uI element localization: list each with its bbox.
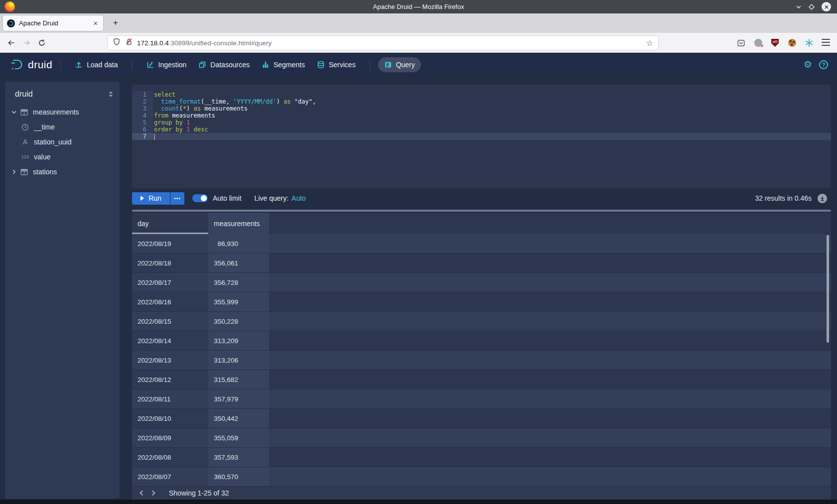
header-filler: [269, 213, 831, 234]
druid-header: druid Load data Ingestion Datasources Se…: [0, 53, 837, 76]
cell-day: 2022/08/10: [132, 409, 208, 428]
tree-item-label: __time: [34, 123, 55, 131]
table-row[interactable]: 2022/08/11357,979: [132, 389, 831, 409]
minimize-icon[interactable]: [796, 4, 802, 10]
line-number: 7: [132, 133, 153, 140]
ublock-origin-icon[interactable]: uO: [771, 39, 779, 47]
ingestion-icon: [146, 61, 154, 69]
next-page-icon[interactable]: [151, 490, 156, 496]
table-item-measurements[interactable]: measurements: [5, 105, 120, 120]
bookmark-star-icon[interactable]: ☆: [646, 38, 653, 48]
nav-segments[interactable]: Segments: [256, 57, 311, 72]
table-row[interactable]: 2022/08/15350,228: [132, 312, 831, 331]
results-footer: Showing 1-25 of 32: [132, 487, 831, 500]
back-icon[interactable]: [7, 39, 15, 47]
nav-services[interactable]: Services: [311, 57, 362, 72]
table-row[interactable]: 2022/08/12315,682: [132, 370, 831, 389]
sql-editor[interactable]: 1select2 time_format(__time, 'YYYY/MM/dd…: [132, 85, 831, 188]
results-scrollbar[interactable]: [827, 235, 829, 343]
table-row[interactable]: 2022/08/09355,059: [132, 428, 831, 448]
code-line-4: 4from measurements: [132, 112, 831, 119]
settings-gear-icon[interactable]: ⚙: [804, 60, 812, 69]
forward-icon[interactable]: [22, 39, 31, 47]
privacy-extension-icon[interactable]: ✕: [754, 39, 762, 47]
tracking-protection-shield-icon[interactable]: [113, 38, 121, 48]
editor-results-splitter[interactable]: [132, 210, 831, 212]
druid-logo[interactable]: druid: [10, 58, 52, 71]
cell-day: 2022/08/17: [132, 273, 208, 292]
cell-day: 2022/08/19: [132, 234, 208, 253]
row-filler: [269, 351, 831, 370]
live-query-value[interactable]: Auto: [291, 194, 306, 202]
cell-day: 2022/08/15: [132, 312, 208, 331]
nav-query[interactable]: Query: [378, 57, 421, 72]
new-tab-button[interactable]: +: [109, 16, 122, 29]
row-filler: [269, 448, 831, 467]
line-number: 1: [132, 91, 153, 98]
cell-measurements: 350,442: [208, 409, 269, 428]
table-row[interactable]: 2022/08/16355,999: [132, 292, 831, 312]
reload-icon[interactable]: [38, 39, 46, 47]
run-button[interactable]: Run: [132, 192, 170, 205]
cell-measurements: 356,061: [208, 253, 269, 273]
table-row[interactable]: 2022/08/14313,209: [132, 331, 831, 351]
pocket-icon[interactable]: [737, 39, 745, 47]
table-row[interactable]: 2022/08/10350,442: [132, 409, 831, 428]
column-header-day[interactable]: day: [132, 213, 208, 234]
column-item-station_uuid[interactable]: Astation_uuid: [5, 134, 120, 149]
chevron-right-icon: [12, 169, 16, 174]
code-line-6: 6order by 1 desc: [132, 126, 831, 133]
cell-measurements: 360,570: [208, 467, 269, 487]
nav-datasources[interactable]: Datasources: [192, 57, 256, 72]
table-row[interactable]: 2022/08/18356,061: [132, 253, 831, 273]
result-summary: 32 results in 0.46s: [755, 194, 812, 202]
cell-measurements: 315,682: [208, 370, 269, 389]
maximize-icon[interactable]: [809, 4, 815, 10]
table-row[interactable]: 2022/08/17356,728: [132, 273, 831, 292]
brand-wordmark: druid: [28, 59, 52, 71]
table-row[interactable]: 2022/08/08357,593: [132, 448, 831, 467]
datasources-icon: [198, 61, 206, 69]
table-row[interactable]: 2022/08/13313,206: [132, 351, 831, 370]
string-type-icon: A: [23, 138, 27, 146]
download-icon[interactable]: [818, 194, 827, 203]
cell-day: 2022/08/14: [132, 331, 208, 351]
cell-day: 2022/08/18: [132, 253, 208, 273]
table-row[interactable]: 2022/08/1986,930: [132, 234, 831, 253]
cell-day: 2022/08/12: [132, 370, 208, 389]
url-input[interactable]: 172.18.0.4:30899/unified-console.html#qu…: [108, 36, 658, 50]
results-header: day measurements: [132, 213, 831, 234]
line-number: 2: [132, 98, 153, 105]
divider: [60, 60, 61, 70]
line-number: 3: [132, 105, 153, 112]
tab-title: Apache Druid: [19, 19, 92, 27]
cell-day: 2022/08/13: [132, 351, 208, 370]
prev-page-icon[interactable]: [139, 490, 144, 496]
pinwheel-extension-icon[interactable]: [805, 39, 813, 47]
run-more-button[interactable]: •••: [170, 192, 184, 205]
nav-ingestion[interactable]: Ingestion: [140, 57, 193, 72]
menu-icon[interactable]: [822, 39, 830, 46]
tab-apache-druid[interactable]: Apache Druid ×: [3, 15, 103, 31]
tab-strip: Apache Druid × +: [0, 13, 837, 33]
cookie-extension-icon[interactable]: [788, 39, 796, 47]
tree-item-label: measurements: [33, 108, 79, 116]
close-icon[interactable]: [822, 2, 831, 11]
nav-load-data[interactable]: Load data: [69, 57, 124, 72]
table-item-stations[interactable]: stations: [5, 164, 120, 179]
number-type-icon: 123: [21, 154, 29, 159]
help-icon[interactable]: ?: [819, 60, 828, 69]
url-text: 172.18.0.4:30899/unified-console.html#qu…: [137, 39, 642, 47]
column-header-measurements[interactable]: measurements: [208, 213, 269, 234]
auto-limit-toggle[interactable]: [192, 194, 208, 202]
column-item-value[interactable]: 123value: [5, 149, 120, 164]
browser-window: Apache Druid — Mozilla Firefox Apache Dr…: [0, 0, 837, 504]
table-row[interactable]: 2022/08/07360,570: [132, 467, 831, 487]
column-item-__time[interactable]: __time: [5, 120, 120, 134]
cell-day: 2022/08/11: [132, 389, 208, 409]
druid-favicon: [7, 19, 15, 27]
insecure-lock-icon[interactable]: [125, 38, 133, 48]
live-query-label: Live query:: [255, 194, 288, 202]
tab-close-icon[interactable]: ×: [92, 19, 99, 27]
sort-icon[interactable]: [108, 91, 114, 98]
